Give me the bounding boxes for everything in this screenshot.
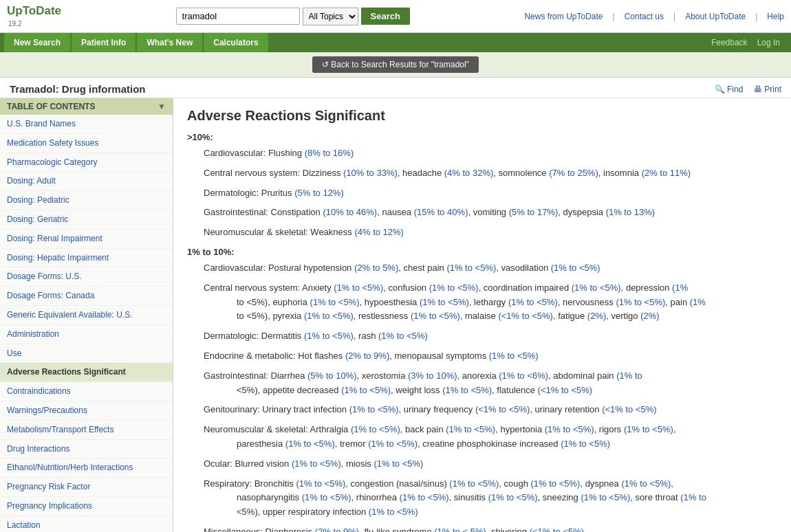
logo-text: UpToDate — [7, 4, 61, 17]
block-gt10-neuromuscular: Neuromuscular & skeletal: Weakness (4% t… — [187, 225, 777, 240]
logo-area: UpToDate 19.2 — [7, 4, 61, 28]
top-links: News from UpToDate | Contact us | About … — [524, 12, 784, 21]
news-link[interactable]: News from UpToDate — [524, 12, 603, 21]
block-1to10-cns: Central nervous system: Anxiety (1% to <… — [187, 281, 777, 324]
nav-bar: New Search Patient Info What's New Calcu… — [0, 33, 791, 52]
print-button[interactable]: 🖶 Print — [754, 85, 781, 94]
content-area: Adverse Reactions Significant >10%: Card… — [173, 98, 791, 532]
main-layout: TABLE OF CONTENTS ▼ U.S. Brand Names Med… — [0, 98, 791, 532]
sidebar-collapse-icon[interactable]: ▼ — [158, 102, 166, 111]
section-gt10-label: >10%: — [187, 132, 777, 142]
title-actions: 🔍 Find 🖶 Print — [715, 85, 781, 94]
help-link[interactable]: Help — [767, 12, 784, 21]
nav-right: Feedback Log In — [711, 38, 787, 47]
nav-left: New Search Patient Info What's New Calcu… — [4, 33, 268, 52]
logo: UpToDate 19.2 — [7, 4, 61, 28]
block-gt10-cardiovascular: Cardiovascular: Flushing (8% to 16%) — [187, 146, 777, 161]
content-title: Adverse Reactions Significant — [187, 108, 777, 124]
sidebar-item-adverse-reactions[interactable]: Adverse Reactions Significant — [0, 363, 173, 382]
sidebar-item-dosing-renal[interactable]: Dosing: Renal Impairment — [0, 230, 173, 249]
block-1to10-endocrine: Endocrine & metabolic: Hot flashes (2% t… — [187, 349, 777, 364]
sidebar-item-dosing-geriatric[interactable]: Dosing: Geriatric — [0, 210, 173, 230]
sidebar-item-dosing-hepatic[interactable]: Dosing: Hepatic Impairment — [0, 249, 173, 268]
block-1to10-genitourinary: Genitourinary: Urinary tract infection (… — [187, 403, 777, 417]
calculators-button[interactable]: Calculators — [204, 33, 268, 52]
block-1to10-gastrointestinal: Gastrointestinal: Diarrhea (5% to 10%), … — [187, 369, 777, 398]
login-link[interactable]: Log In — [757, 38, 780, 47]
sidebar-item-dosage-forms-us[interactable]: Dosage Forms: U.S. — [0, 267, 173, 287]
find-label: Find — [727, 85, 743, 94]
search-input[interactable] — [176, 8, 300, 25]
sidebar-item-use[interactable]: Use — [0, 344, 173, 364]
find-button[interactable]: 🔍 Find — [715, 85, 743, 94]
search-button[interactable]: Search — [361, 8, 410, 25]
sidebar-item-metabolism[interactable]: Metabolism/Transport Effects — [0, 421, 173, 440]
block-1to10-ocular: Ocular: Blurred vision (1% to <5%), mios… — [187, 457, 777, 472]
page-title: Tramadol: Drug information — [10, 83, 146, 95]
patient-info-button[interactable]: Patient Info — [72, 33, 136, 52]
print-icon: 🖶 — [754, 85, 762, 94]
sidebar-item-pregnancy-implications[interactable]: Pregnancy Implications — [0, 497, 173, 516]
section-1to10-label: 1% to 10%: — [187, 247, 777, 257]
block-gt10-gastrointestinal: Gastrointestinal: Constipation (10% to 4… — [187, 206, 777, 220]
sidebar-item-pharmacologic[interactable]: Pharmacologic Category — [0, 153, 173, 173]
sidebar-item-dosing-adult[interactable]: Dosing: Adult — [0, 172, 173, 191]
block-1to10-neuromuscular: Neuromuscular & skeletal: Arthralgia (1%… — [187, 423, 777, 452]
top-header: UpToDate 19.2 All Topics Search News fro… — [0, 0, 791, 33]
sidebar-toc-label: TABLE OF CONTENTS — [7, 102, 95, 111]
block-gt10-cns: Central nervous system: Dizziness (10% t… — [187, 166, 777, 181]
contact-link[interactable]: Contact us — [625, 12, 664, 21]
sidebar-item-pregnancy-risk[interactable]: Pregnancy Risk Factor — [0, 478, 173, 497]
page-title-bar: Tramadol: Drug information 🔍 Find 🖶 Prin… — [0, 78, 791, 98]
sidebar-item-generic-equivalent[interactable]: Generic Equivalent Available: U.S. — [0, 306, 173, 325]
sidebar-item-lactation[interactable]: Lactation — [0, 516, 173, 532]
sidebar-header: TABLE OF CONTENTS ▼ — [0, 98, 173, 115]
sidebar-item-drug-interactions[interactable]: Drug Interactions — [0, 440, 173, 459]
sidebar-item-contraindications[interactable]: Contraindications — [0, 382, 173, 401]
search-area: All Topics Search — [176, 8, 410, 25]
feedback-link[interactable]: Feedback — [711, 38, 748, 47]
block-1to10-cardiovascular: Cardiovascular: Postural hypotension (2%… — [187, 261, 777, 276]
sidebar-item-dosage-forms-canada[interactable]: Dosage Forms: Canada — [0, 287, 173, 306]
block-1to10-dermatologic: Dermatologic: Dermatitis (1% to <5%), ra… — [187, 329, 777, 344]
sidebar-item-medication-safety[interactable]: Medication Safety Issues — [0, 134, 173, 153]
logo-version: 19.2 — [8, 20, 21, 27]
block-1to10-respiratory: Respiratory: Bronchitis (1% to <5%), con… — [187, 477, 777, 520]
back-bar: ↺ Back to Search Results for "tramadol" — [0, 52, 791, 78]
topic-select[interactable]: All Topics — [303, 8, 358, 25]
find-icon: 🔍 — [715, 85, 725, 94]
sidebar-item-warnings[interactable]: Warnings/Precautions — [0, 401, 173, 421]
back-btn-label: Back to Search Results for "tramadol" — [331, 60, 469, 69]
back-icon: ↺ — [322, 60, 329, 69]
sidebar: TABLE OF CONTENTS ▼ U.S. Brand Names Med… — [0, 98, 173, 532]
sidebar-item-us-brand-names[interactable]: U.S. Brand Names — [0, 115, 173, 134]
block-1to10-miscellaneous: Miscellaneous: Diaphoresis (2% to 9%), f… — [187, 525, 777, 532]
new-search-button[interactable]: New Search — [4, 33, 70, 52]
sidebar-item-ethanol[interactable]: Ethanol/Nutrition/Herb Interactions — [0, 458, 173, 478]
back-to-search-button[interactable]: ↺ Back to Search Results for "tramadol" — [312, 56, 479, 73]
about-link[interactable]: About UpToDate — [685, 12, 746, 21]
sidebar-item-administration[interactable]: Administration — [0, 325, 173, 344]
sidebar-item-dosing-pediatric[interactable]: Dosing: Pediatric — [0, 191, 173, 210]
print-label: Print — [764, 85, 781, 94]
block-gt10-dermatologic: Dermatologic: Pruritus (5% to 12%) — [187, 186, 777, 201]
whats-new-button[interactable]: What's New — [137, 33, 202, 52]
